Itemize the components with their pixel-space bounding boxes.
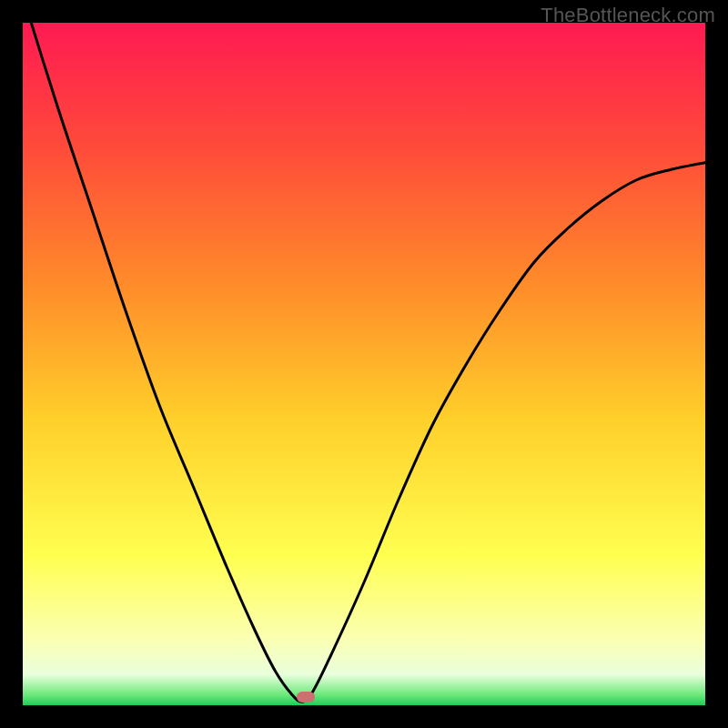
gradient-background: [23, 23, 705, 705]
optimal-marker: [297, 692, 315, 703]
chart-svg: [23, 23, 705, 705]
watermark-text: TheBottleneck.com: [541, 4, 715, 27]
plot-area: [23, 23, 705, 705]
